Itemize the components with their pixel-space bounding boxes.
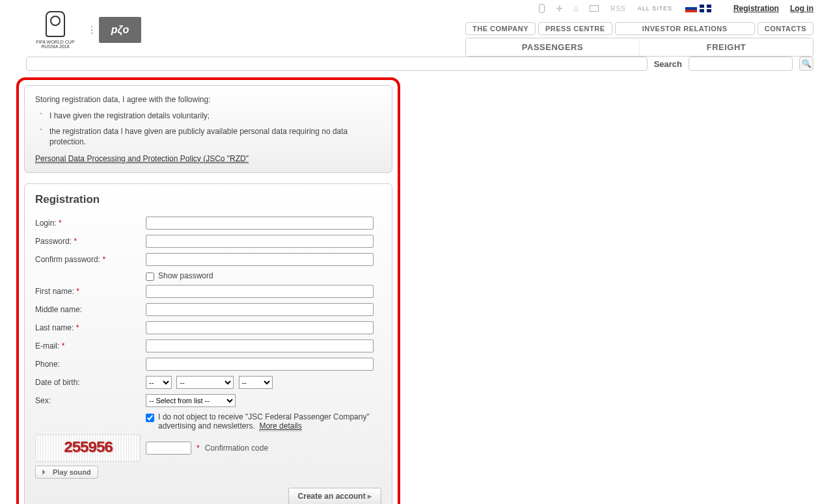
agreement-panel: Storing registration data, I agree with … <box>24 85 392 173</box>
registration-highlight-frame: Storing registration data, I agree with … <box>16 77 400 504</box>
confirm-password-input[interactable] <box>146 253 374 266</box>
email-input[interactable] <box>146 339 374 352</box>
dob-year-select[interactable]: -- <box>239 376 273 389</box>
required-icon: * <box>74 237 77 246</box>
password-label: Password: <box>35 237 72 246</box>
tab-company[interactable]: THE COMPANY <box>465 22 536 35</box>
captcha-label: Confirmation code <box>205 444 268 453</box>
login-input[interactable] <box>146 217 374 230</box>
fifa-logo: FIFA WORLD CUP RUSSIA 2018 <box>26 5 85 54</box>
middle-name-label: Middle name: <box>35 305 146 314</box>
tab-freight[interactable]: FREIGHT <box>640 38 813 56</box>
captcha-image: 255956 <box>35 434 141 462</box>
dob-label: Date of birth: <box>35 378 146 387</box>
flag-ru-icon[interactable] <box>685 5 697 12</box>
play-sound-button[interactable]: Play sound <box>35 466 98 479</box>
required-icon: * <box>59 219 62 228</box>
more-details-link[interactable]: More details <box>259 421 301 431</box>
sex-label: Sex: <box>35 396 146 405</box>
search-button[interactable]: 🔍 <box>799 57 813 71</box>
auth-links: Registration Log in <box>724 4 813 13</box>
trophy-icon <box>46 11 65 37</box>
middle-name-input[interactable] <box>146 303 374 316</box>
password-input[interactable] <box>146 235 374 248</box>
required-icon: * <box>76 287 79 296</box>
search-bar: Search 🔍 <box>26 57 813 71</box>
consent-checkbox[interactable] <box>146 414 154 422</box>
fifa-line2: RUSSIA 2018 <box>41 44 69 49</box>
sex-select[interactable]: -- Select from list -- <box>146 394 236 407</box>
phone-input[interactable] <box>146 358 374 371</box>
dob-month-select[interactable]: -- <box>176 376 234 389</box>
mail-icon[interactable] <box>590 5 599 12</box>
required-icon: * <box>197 444 200 453</box>
agreement-item-1: I have given the registration details vo… <box>35 111 381 121</box>
required-icon: * <box>62 341 65 351</box>
rss-link[interactable]: RSS <box>610 5 626 12</box>
tab-press[interactable]: PRESS CENTRE <box>538 22 612 35</box>
tab-passengers[interactable]: PASSENGERS <box>466 38 640 56</box>
flag-gb-icon[interactable] <box>700 5 711 12</box>
top-utility-bar: ✢ ⌂ RSS ALL SITES Registration Log in <box>539 4 813 13</box>
header: FIFA WORLD CUP RUSSIA 2018 рζо ✢ ⌂ RSS A… <box>0 0 833 54</box>
all-sites-link[interactable]: ALL SITES <box>638 5 672 12</box>
policy-link[interactable]: Personal Data Processing and Protection … <box>35 154 249 164</box>
dob-day-select[interactable]: -- <box>146 376 172 389</box>
tab-contacts[interactable]: CONTACTS <box>758 22 813 35</box>
email-label: E-mail: <box>35 341 59 351</box>
search-label: Search <box>654 59 682 69</box>
show-password-checkbox[interactable] <box>146 272 154 281</box>
first-name-label: First name: <box>35 287 74 296</box>
captcha-row: 255956 * Confirmation code <box>35 434 381 462</box>
magnifier-icon: 🔍 <box>802 59 812 68</box>
language-flags <box>685 5 711 12</box>
first-name-input[interactable] <box>146 285 374 298</box>
breadcrumb <box>26 57 648 71</box>
create-account-button[interactable]: Create an account <box>288 488 381 504</box>
registration-link[interactable]: Registration <box>733 4 779 13</box>
last-name-label: Last name: <box>35 323 74 332</box>
speaker-icon <box>42 470 49 475</box>
agreement-intro: Storing registration data, I agree with … <box>35 95 381 104</box>
login-label: Login: <box>35 219 57 228</box>
confirm-password-label: Confirm password: <box>35 255 100 264</box>
last-name-input[interactable] <box>146 321 374 334</box>
play-sound-label: Play sound <box>53 468 91 476</box>
required-icon: * <box>76 323 79 332</box>
mobile-icon[interactable] <box>539 4 545 13</box>
divider-icon <box>91 26 92 34</box>
tab-investor[interactable]: INVESTOR RELATIONS <box>615 22 755 35</box>
required-icon: * <box>102 255 105 264</box>
primary-nav: THE COMPANY PRESS CENTRE INVESTOR RELATI… <box>465 22 813 57</box>
login-link[interactable]: Log in <box>790 4 813 13</box>
phone-label: Phone: <box>35 360 146 369</box>
expand-icon[interactable]: ✢ <box>556 5 562 13</box>
utility-icons: ✢ ⌂ RSS ALL SITES <box>539 4 672 13</box>
registration-title: Registration <box>35 193 381 206</box>
rzd-logo[interactable]: рζо <box>99 17 141 43</box>
show-password-label: Show password <box>158 271 213 280</box>
home-icon[interactable]: ⌂ <box>574 5 579 12</box>
search-input[interactable] <box>689 57 793 71</box>
fifa-line1: FIFA WORLD CUP <box>36 40 74 44</box>
agreement-item-2: the registration data I have given are p… <box>35 126 381 147</box>
captcha-input[interactable] <box>146 442 191 455</box>
registration-panel: Registration Login: * Password: * Confir… <box>24 183 392 504</box>
agreement-list: I have given the registration details vo… <box>35 111 381 148</box>
